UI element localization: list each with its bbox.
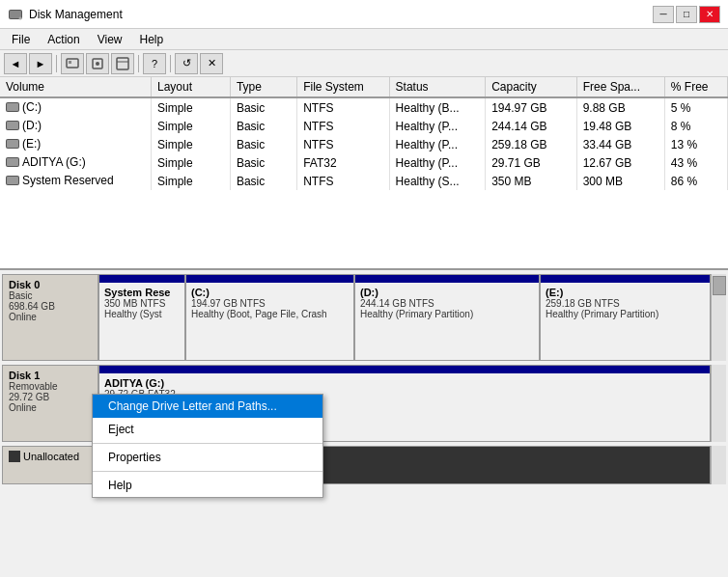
disk0-row: Disk 0 Basic 698.64 GB Online System Res… [2, 274, 726, 361]
context-menu-sep [93, 443, 322, 444]
table-row[interactable]: ADITYA (G:) Simple Basic FAT32 Healthy (… [0, 153, 728, 172]
col-header-volume[interactable]: Volume [0, 77, 152, 97]
scrollbar[interactable] [711, 274, 726, 361]
table-row[interactable]: (C:) Simple Basic NTFS Healthy (B... 194… [0, 97, 728, 117]
partition-d-detail: 244.14 GB NTFS [360, 298, 534, 309]
back-button[interactable]: ◄ [4, 53, 27, 74]
svg-rect-14 [7, 140, 18, 148]
unallocated-text: Unallocated [23, 451, 79, 462]
svg-rect-16 [7, 158, 18, 166]
toolbar: ◄ ► ? ↺ ✕ [0, 50, 728, 77]
col-header-status[interactable]: Status [389, 77, 486, 97]
partition-d-header [355, 275, 539, 283]
table-row[interactable]: (D:) Simple Basic NTFS Healthy (P... 244… [0, 117, 728, 135]
disk1-partition-name: ADITYA (G:) [104, 377, 705, 389]
cell-type: Basic [230, 117, 296, 135]
partition-sys-res[interactable]: System Rese 350 MB NTFS Healthy (Syst [99, 275, 186, 360]
disk-table: Volume Layout Type File System Status Ca… [0, 77, 728, 190]
svg-point-6 [96, 62, 99, 66]
scrollbar3[interactable] [711, 446, 726, 484]
partition-c-detail: 194.97 GB NTFS [191, 298, 349, 309]
cell-pct: 86 % [664, 172, 727, 190]
unallocated-icon [9, 451, 20, 462]
col-header-type[interactable]: Type [230, 77, 296, 97]
col-header-pct[interactable]: % Free [664, 77, 727, 97]
cell-pct: 43 % [664, 153, 727, 172]
partition-c-header [186, 275, 353, 283]
minimize-button[interactable]: ─ [653, 6, 674, 23]
toolbar-sep-3 [170, 55, 171, 72]
cell-free: 300 MB [576, 172, 664, 190]
scrollbar2[interactable] [711, 365, 726, 442]
context-menu-item-properties[interactable]: Properties [93, 446, 322, 469]
cell-cap: 244.14 GB [486, 117, 577, 135]
disk0-label: Disk 0 Basic 698.64 GB Online [2, 274, 98, 361]
cell-free: 33.44 GB [576, 135, 664, 153]
cell-free: 12.67 GB [576, 153, 664, 172]
snap-button[interactable] [111, 53, 134, 74]
title-bar: Disk Management ─ □ ✕ [0, 0, 728, 29]
menu-file[interactable]: File [4, 31, 38, 48]
col-header-free[interactable]: Free Spa... [576, 77, 664, 97]
col-header-cap[interactable]: Capacity [486, 77, 577, 97]
col-header-layout[interactable]: Layout [152, 77, 231, 97]
col-header-fs[interactable]: File System [297, 77, 389, 97]
disk1-title: Disk 1 [9, 370, 92, 381]
partition-d[interactable]: (D:) 244.14 GB NTFS Healthy (Primary Par… [355, 275, 541, 360]
context-menu-item-help[interactable]: Help [93, 474, 322, 497]
context-menu-item-eject[interactable]: Eject [93, 418, 322, 441]
svg-rect-3 [67, 59, 78, 68]
close-button[interactable]: ✕ [699, 6, 720, 23]
partition-sys-res-name: System Rese [104, 287, 180, 298]
menu-help[interactable]: Help [132, 31, 172, 48]
partition-e-sub: Healthy (Primary Partition) [546, 309, 705, 319]
partition-c-sub: Healthy (Boot, Page File, Crash [191, 309, 349, 319]
cell-fs: NTFS [297, 97, 389, 117]
context-menu-sep2 [93, 471, 322, 472]
context-menu-item-change-drive[interactable]: Change Drive Letter and Paths... [93, 395, 322, 418]
partition-sys-res-sub: Healthy (Syst [104, 309, 180, 319]
cell-pct: 5 % [664, 97, 727, 117]
partition-sys-res-header [99, 275, 184, 283]
partition-c[interactable]: (C:) 194.97 GB NTFS Healthy (Boot, Page … [186, 275, 355, 360]
title-bar-left: Disk Management [8, 7, 123, 22]
cell-type: Basic [230, 135, 296, 153]
unallocated-label: Unallocated [2, 446, 98, 484]
window-title: Disk Management [29, 8, 123, 21]
toolbar-sep-2 [138, 55, 139, 72]
context-menu: Change Drive Letter and Paths... Eject P… [92, 394, 323, 498]
menu-bar: File Action View Help [0, 29, 728, 50]
properties-button[interactable] [86, 53, 109, 74]
menu-view[interactable]: View [90, 31, 130, 48]
scrollbar-thumb[interactable] [713, 276, 726, 295]
cell-cap: 350 MB [486, 172, 577, 190]
maximize-button[interactable]: □ [676, 6, 697, 23]
table-row[interactable]: (E:) Simple Basic NTFS Healthy (P... 259… [0, 135, 728, 153]
app-icon [8, 7, 23, 22]
disk1-status: Online [9, 402, 92, 413]
help-button[interactable]: ? [143, 53, 166, 74]
svg-rect-12 [7, 122, 18, 129]
refresh-button[interactable]: ↺ [175, 53, 198, 74]
partition-e-name: (E:) [546, 287, 705, 298]
cell-layout: Simple [152, 172, 231, 190]
cell-fs: NTFS [297, 172, 389, 190]
main-content: Volume Layout Type File System Status Ca… [0, 77, 728, 577]
cell-type: Basic [230, 153, 296, 172]
disk0-status: Online [9, 312, 92, 322]
cancel-button[interactable]: ✕ [200, 53, 223, 74]
table-header-row: Volume Layout Type File System Status Ca… [0, 77, 728, 97]
table-row[interactable]: System Reserved Simple Basic NTFS Health… [0, 172, 728, 190]
svg-point-2 [19, 16, 22, 19]
partition-e[interactable]: (E:) 259.18 GB NTFS Healthy (Primary Par… [541, 275, 710, 360]
partition-c-name: (C:) [191, 287, 349, 298]
menu-action[interactable]: Action [40, 31, 87, 48]
cell-fs: FAT32 [297, 153, 389, 172]
disk-table-area[interactable]: Volume Layout Type File System Status Ca… [0, 77, 728, 270]
cell-volume: (C:) [0, 97, 152, 117]
cell-layout: Simple [152, 97, 231, 117]
svg-rect-18 [7, 177, 18, 184]
cell-free: 9.88 GB [576, 97, 664, 117]
up-button[interactable] [61, 53, 84, 74]
forward-button[interactable]: ► [29, 53, 52, 74]
